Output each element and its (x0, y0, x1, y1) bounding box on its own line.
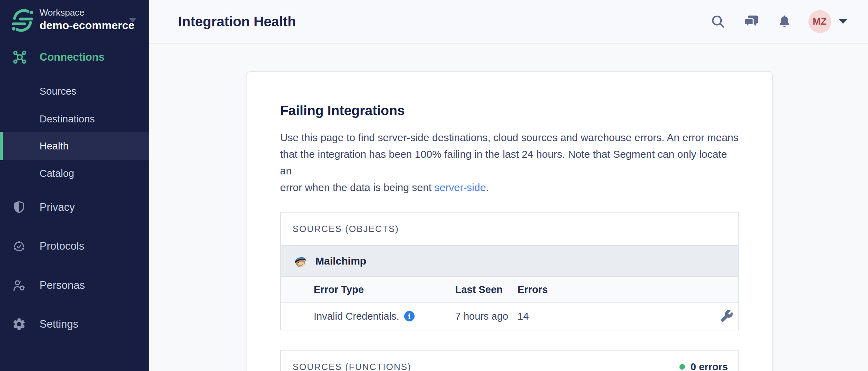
page-title: Integration Health (178, 14, 296, 29)
source-name: Mailchimp (315, 255, 366, 267)
sidebar-item-label: Destinations (40, 113, 95, 125)
sidebar-item-settings[interactable]: Settings (0, 309, 149, 339)
avatar-caret-down-icon[interactable] (839, 19, 847, 24)
status-badge: 0 errors (679, 361, 728, 371)
segment-logo (9, 7, 36, 34)
description-line-3: error when the data is being sent server… (280, 179, 739, 196)
sidebar-item-label: Personas (40, 279, 85, 292)
sidebar-item-label: Privacy (40, 201, 75, 214)
sidebar-item-label: Health (40, 140, 69, 152)
description-line-2: that the integration has been 100% faili… (280, 146, 739, 179)
sidebar-item-label: Catalog (40, 168, 74, 179)
sources-objects-table: SOURCES (OBJECTS) Mailchimp Error Type L… (280, 212, 739, 330)
workspace-text: Workspace demo-ecommerce (40, 7, 134, 32)
search-icon[interactable] (710, 14, 726, 29)
description-line-1: Use this page to find server-side destin… (280, 129, 739, 146)
bell-icon[interactable] (776, 14, 792, 29)
topbar: Integration Health MZ (149, 0, 868, 44)
sidebar-item-label: Settings (40, 318, 78, 330)
sidebar-item-connections[interactable]: Connections (0, 44, 149, 71)
personas-icon (12, 278, 40, 293)
sidebar-item-catalog[interactable]: Catalog (0, 159, 149, 187)
avatar-initials: MZ (813, 16, 827, 27)
column-header-last-seen: Last Seen (455, 284, 518, 295)
sidebar-item-label: Connections (40, 51, 105, 63)
avatar[interactable]: MZ (808, 10, 831, 33)
sources-functions-table: SOURCES (FUNCTIONS) 0 errors (280, 350, 739, 371)
table-row: Invalid Credentials. i 7 hours ago 14 (281, 303, 738, 330)
sidebar-item-health-active[interactable]: Health (0, 132, 149, 160)
workspace-name: demo-ecommerce (40, 18, 134, 32)
errors-count-cell: 14 (518, 311, 711, 322)
sidebar-item-label: Sources (40, 86, 76, 97)
table-column-headers: Error Type Last Seen Errors (281, 277, 738, 303)
mailchimp-logo (293, 253, 308, 269)
active-indicator-bar (0, 132, 3, 160)
wrench-icon (720, 309, 734, 323)
connections-icon (12, 49, 40, 65)
description-suffix: . (486, 182, 489, 193)
card-description: Use this page to find server-side destin… (280, 129, 739, 196)
sidebar-item-personas[interactable]: Personas (0, 270, 149, 301)
info-icon[interactable]: i (404, 311, 415, 321)
sidebar-item-label: Protocols (40, 240, 84, 252)
gear-icon (12, 317, 40, 331)
sidebar-item-privacy[interactable]: Privacy (0, 192, 149, 223)
error-type-cell: Invalid Credentials. i (314, 311, 455, 322)
shield-icon (12, 200, 40, 215)
fix-action[interactable] (720, 309, 738, 323)
sidebar-item-destinations[interactable]: Destinations (0, 105, 149, 132)
status-dot-icon (679, 364, 685, 370)
error-type-text: Invalid Credentials. (314, 311, 399, 322)
section-title: SOURCES (FUNCTIONS) (293, 362, 411, 371)
chat-icon[interactable] (743, 14, 759, 29)
column-header-errors: Errors (518, 284, 711, 295)
topbar-actions: MZ (693, 10, 847, 33)
workspace-switcher[interactable]: Workspace demo-ecommerce (0, 0, 149, 44)
description-line-3-prefix: error when the data is being sent (280, 182, 434, 193)
card-heading: Failing Integrations (280, 103, 739, 118)
sidebar: Workspace demo-ecommerce Connections Sou… (0, 0, 149, 371)
sources-objects-header: SOURCES (OBJECTS) (281, 213, 738, 245)
workspace-label: Workspace (40, 7, 134, 18)
failing-integrations-card: Failing Integrations Use this page to fi… (246, 71, 773, 371)
sidebar-item-sources[interactable]: Sources (0, 78, 149, 105)
protocols-icon (12, 239, 40, 253)
status-label: 0 errors (691, 361, 728, 371)
server-side-link[interactable]: server-side (434, 182, 486, 193)
section-title: SOURCES (OBJECTS) (293, 224, 399, 234)
last-seen-cell: 7 hours ago (455, 311, 518, 322)
column-header-error-type: Error Type (314, 284, 455, 295)
workspace-caret-down-icon[interactable] (129, 18, 137, 23)
source-row-mailchimp[interactable]: Mailchimp (281, 245, 738, 277)
content-area: Failing Integrations Use this page to fi… (149, 44, 868, 371)
sidebar-item-protocols[interactable]: Protocols (0, 231, 149, 261)
